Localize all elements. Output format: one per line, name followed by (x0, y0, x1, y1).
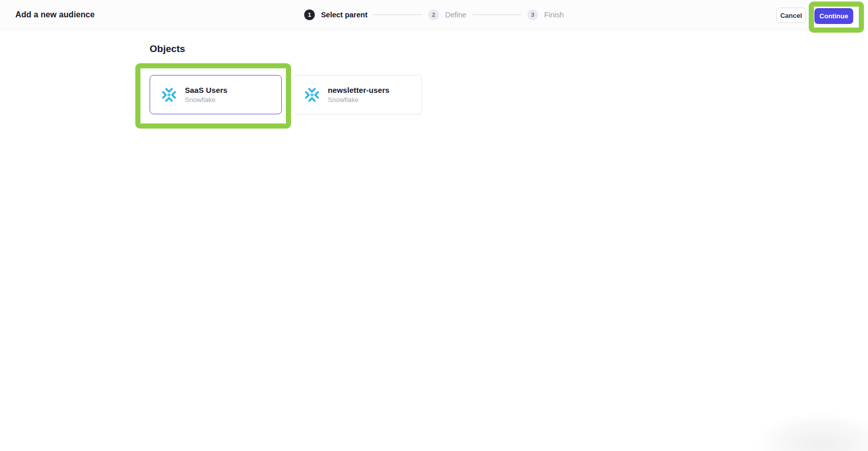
step-2-label: Define (445, 11, 467, 19)
header-bar: Add a new audience 1 Select parent 2 Def… (0, 0, 868, 30)
step-finish[interactable]: 3 Finish (527, 9, 564, 20)
object-card-text: SaaS Users Snowflake (185, 86, 228, 104)
object-card-saas-users[interactable]: SaaS Users Snowflake (150, 75, 282, 114)
step-3-circle: 3 (527, 9, 538, 20)
objects-section-title: Objects (150, 43, 185, 55)
continue-button[interactable]: Continue (814, 8, 853, 24)
step-1-circle: 1 (304, 9, 315, 20)
step-1-label: Select parent (321, 11, 368, 19)
object-source: Snowflake (328, 96, 390, 104)
object-source: Snowflake (185, 96, 228, 104)
wizard-stepper: 1 Select parent 2 Define 3 Finish (304, 9, 564, 20)
cancel-button[interactable]: Cancel (776, 8, 806, 23)
snowflake-icon (304, 87, 320, 103)
step-define[interactable]: 2 Define (428, 9, 467, 20)
step-connector-line (472, 14, 522, 15)
corner-widget-shadow (756, 413, 868, 451)
object-name: newsletter-users (328, 86, 390, 94)
snowflake-icon (161, 87, 177, 103)
object-card-text: newsletter-users Snowflake (328, 86, 390, 104)
step-select-parent[interactable]: 1 Select parent (304, 9, 368, 20)
step-3-label: Finish (544, 11, 564, 19)
object-name: SaaS Users (185, 86, 228, 94)
step-2-circle: 2 (428, 9, 439, 20)
page-title: Add a new audience (15, 10, 95, 19)
object-card-newsletter-users[interactable]: newsletter-users Snowflake (293, 75, 422, 114)
step-connector-line (373, 14, 423, 15)
